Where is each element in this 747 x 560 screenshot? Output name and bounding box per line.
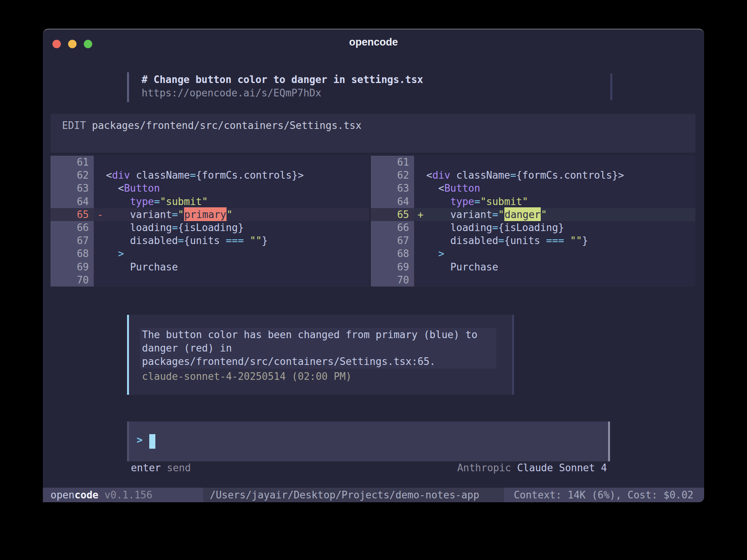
diff-row: 68 > [51, 247, 369, 260]
line-number: 69 [51, 260, 94, 273]
model-indicator: Anthropic Claude Sonnet 4 [457, 462, 607, 474]
code-line: variant="primary" [106, 209, 233, 220]
code-line: type="submit" [426, 196, 528, 207]
line-number: 61 [371, 156, 414, 169]
line-number: 62 [51, 169, 94, 182]
message-line: The button color has been changed from p… [142, 328, 496, 342]
code-line: disabled={units === ""} [426, 235, 588, 246]
code-line: > [426, 248, 444, 259]
edit-label: EDIT [62, 120, 86, 131]
line-number: 64 [371, 195, 414, 208]
line-number: 67 [371, 234, 414, 247]
message-scroll-indicator [512, 315, 514, 395]
titlebar: opencode [43, 29, 704, 55]
page-background: opencode # Change button color to danger… [0, 0, 747, 560]
line-number: 63 [371, 182, 414, 195]
model-label: Claude Sonnet 4 [517, 462, 607, 474]
diff-row: 69 Purchase [371, 260, 695, 273]
code-line: loading={isLoading} [106, 222, 244, 233]
diff-row: 68 > [371, 247, 695, 260]
input-prompt-symbol: > [137, 434, 143, 446]
diff-marker: - [94, 209, 106, 220]
code-line: Purchase [426, 261, 498, 273]
code-line: <div className={formCs.controls}> [426, 169, 624, 181]
working-directory: /Users/jayair/Desktop/Projects/demo-note… [210, 488, 479, 502]
window-title: opencode [43, 36, 704, 48]
diff-row: 62<div className={formCs.controls}> [51, 169, 369, 182]
share-link[interactable]: https://opencode.ai/s/EQmP7hDx [142, 86, 321, 100]
context-cost-segment: Context: 14K (6%), Cost: $0.02 [504, 488, 704, 502]
diff-panel-before: 6162<div className={formCs.controls}>63 … [51, 156, 369, 287]
provider-label: Anthropic [457, 462, 517, 474]
text-cursor [149, 434, 155, 449]
code-line: <div className={formCs.controls}> [106, 169, 304, 181]
input-scroll-indicator [608, 422, 610, 461]
prompt-scroll-indicator [610, 73, 612, 100]
line-number: 68 [371, 247, 414, 260]
line-number: 63 [51, 182, 94, 195]
line-number: 66 [51, 221, 94, 234]
diff-panel-after: 6162<div className={formCs.controls}>63 … [371, 156, 695, 287]
code-line: loading={isLoading} [426, 222, 564, 233]
line-number: 65 [51, 208, 94, 221]
status-bar: opencode v0.1.156 /Users/jayair/Desktop/… [43, 488, 704, 502]
line-number: 67 [51, 234, 94, 247]
chat-input[interactable]: > [127, 422, 608, 461]
diff-row: 63 <Button [51, 182, 369, 195]
user-prompt-title: # Change button color to danger in setti… [142, 73, 624, 86]
line-number: 62 [371, 169, 414, 182]
message-line: danger (red) in [142, 342, 496, 355]
edit-file-path: packages/frontend/src/containers/Setting… [86, 120, 362, 131]
line-number: 69 [371, 260, 414, 273]
message-line: packages/frontend/src/containers/Setting… [142, 355, 496, 368]
diff-marker: + [414, 209, 426, 220]
code-line: Purchase [106, 261, 178, 273]
user-prompt-block: # Change button color to danger in setti… [127, 72, 624, 102]
code-line: variant="danger" [426, 209, 547, 220]
enter-action-label: send [161, 462, 191, 474]
enter-key-label: enter [131, 462, 161, 474]
diff-row: 62<div className={formCs.controls}> [371, 169, 695, 182]
line-number: 66 [371, 221, 414, 234]
diff-row: 61 [51, 156, 369, 169]
diff-row: 67 disabled={units === ""} [51, 234, 369, 247]
diff-row: 70 [51, 273, 369, 287]
diff-row: 63 <Button [371, 182, 695, 195]
diff-row: 64 type="submit" [51, 195, 369, 208]
code-line: <Button [426, 182, 480, 194]
message-model-meta: claude-sonnet-4-20250514 (02:00 PM) [142, 370, 352, 383]
diff-row: 69 Purchase [51, 260, 369, 273]
app-version-segment: opencode v0.1.156 [43, 488, 203, 502]
assistant-message: The button color has been changed from p… [127, 315, 512, 395]
line-number: 64 [51, 195, 94, 208]
code-line: type="submit" [106, 196, 208, 207]
diff-row: 61 [371, 156, 695, 169]
assistant-message-text: The button color has been changed from p… [140, 328, 496, 369]
code-line: > [106, 248, 124, 259]
code-line: <Button [106, 182, 160, 194]
line-number: 70 [51, 273, 94, 287]
line-number: 65 [371, 208, 414, 221]
edit-tool-header: EDIT packages/frontend/src/containers/Se… [51, 114, 695, 153]
enter-hint: enter send [131, 462, 191, 474]
app-version: v0.1.156 [98, 489, 152, 501]
code-line: disabled={units === ""} [106, 235, 268, 246]
line-number: 70 [371, 273, 414, 287]
diff-row: 67 disabled={units === ""} [371, 234, 695, 247]
diff-row: 65- variant="primary" [51, 208, 369, 221]
diff-row: 64 type="submit" [371, 195, 695, 208]
hint-row: enter send Anthropic Claude Sonnet 4 [43, 462, 704, 477]
app-name-bold: code [75, 489, 99, 501]
diff-row: 66 loading={isLoading} [51, 221, 369, 234]
diff-row: 70 [371, 273, 695, 287]
app-name-regular: open [51, 489, 75, 501]
line-number: 68 [51, 247, 94, 260]
app-window: opencode # Change button color to danger… [43, 29, 704, 502]
diff-row: 65+ variant="danger" [371, 208, 695, 221]
line-number: 61 [51, 156, 94, 169]
diff-row: 66 loading={isLoading} [371, 221, 695, 234]
